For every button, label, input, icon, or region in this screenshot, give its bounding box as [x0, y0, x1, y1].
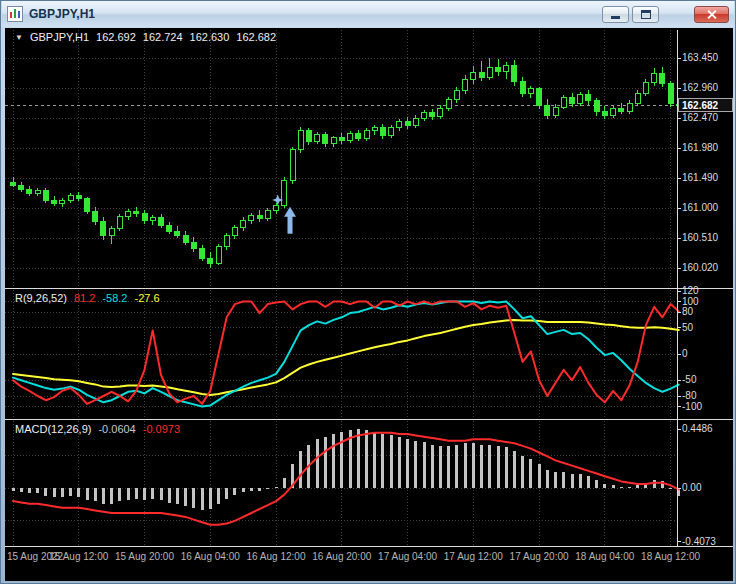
candle [520, 82, 525, 94]
candle [635, 94, 640, 104]
candle [175, 232, 180, 236]
candle [150, 217, 155, 221]
chart-canvas[interactable]: 163.450162.960162.470161.980161.490161.0… [5, 28, 733, 581]
svg-text:160.510: 160.510 [682, 232, 719, 243]
candle [101, 222, 106, 236]
candle [323, 135, 328, 144]
candle [200, 248, 205, 258]
candle [109, 229, 114, 236]
candle [27, 190, 32, 194]
minimize-icon [611, 16, 620, 19]
candle [430, 113, 435, 117]
candle [93, 211, 98, 221]
svg-text:0.00: 0.00 [682, 482, 702, 493]
candle [241, 220, 246, 227]
candle [463, 79, 468, 90]
current-price-label: 162.682 [682, 100, 719, 111]
candle [389, 128, 394, 135]
time-label: 15 Aug 12:00 [49, 551, 108, 562]
candle [553, 107, 558, 116]
candle [191, 243, 196, 249]
candle [479, 72, 484, 78]
candle [504, 65, 509, 71]
close-button[interactable] [694, 6, 729, 23]
svg-text:100: 100 [682, 296, 699, 307]
candle [611, 108, 616, 115]
time-label: 17 Aug 20:00 [510, 551, 569, 562]
candle [232, 228, 237, 236]
candle [167, 226, 172, 232]
candle [487, 67, 492, 77]
candle [52, 201, 57, 204]
time-label: 16 Aug 12:00 [247, 551, 306, 562]
candle [438, 108, 443, 117]
candle [454, 90, 459, 99]
candle [290, 150, 295, 181]
candle [561, 98, 566, 107]
svg-text:0.4486: 0.4486 [682, 423, 713, 434]
svg-text:80: 80 [682, 306, 694, 317]
candle [413, 118, 418, 125]
candle [257, 215, 262, 218]
candle [528, 89, 533, 94]
candle [183, 236, 188, 243]
candle [348, 133, 353, 140]
candle [216, 246, 221, 263]
svg-text:0: 0 [682, 348, 688, 359]
maximize-button[interactable] [632, 6, 659, 23]
candle [126, 212, 131, 217]
window-title: GBPJPY,H1 [29, 7, 602, 21]
svg-text:163.450: 163.450 [682, 52, 719, 63]
candle [356, 133, 361, 138]
title-bar[interactable]: GBPJPY,H1 [2, 1, 734, 27]
candle [578, 95, 583, 104]
svg-text:-80: -80 [682, 390, 697, 401]
time-label: 18 Aug 12:00 [641, 551, 700, 562]
candle [134, 212, 139, 214]
time-label: 17 Aug 12:00 [444, 551, 503, 562]
candle [117, 217, 122, 229]
candle [471, 72, 476, 79]
chart-area: 163.450162.960162.470161.980161.490161.0… [5, 28, 733, 581]
candle [364, 131, 369, 138]
candle [85, 199, 90, 211]
candle [224, 236, 229, 246]
candle [660, 73, 665, 83]
time-label: 18 Aug 04:00 [575, 551, 634, 562]
candle [446, 100, 451, 109]
candle [586, 95, 591, 101]
candle [306, 131, 311, 141]
svg-text:160.020: 160.020 [682, 262, 719, 273]
candle [339, 138, 344, 141]
time-label: 16 Aug 20:00 [312, 551, 371, 562]
candle [76, 195, 81, 199]
candle [315, 135, 320, 142]
chart-window: GBPJPY,H1 163.450162.960162.470161.98016… [0, 0, 736, 584]
candle [249, 215, 254, 220]
candle [545, 106, 550, 116]
chart-caret-icon[interactable]: ▼ [15, 33, 23, 42]
candle [265, 210, 270, 218]
candle [208, 259, 213, 263]
candle [668, 84, 673, 104]
chart-window-icon [7, 6, 23, 22]
minimize-button[interactable] [602, 6, 629, 23]
candle [282, 180, 287, 205]
candle [619, 108, 624, 112]
candle [60, 200, 65, 204]
candle [405, 122, 410, 126]
close-icon [706, 9, 717, 20]
time-label: 15 Aug 20:00 [115, 551, 174, 562]
svg-text:162.470: 162.470 [682, 112, 719, 123]
candle [43, 190, 48, 201]
svg-text:162.960: 162.960 [682, 82, 719, 93]
candle [570, 98, 575, 104]
svg-text:161.980: 161.980 [682, 142, 719, 153]
svg-text:50: 50 [682, 322, 694, 333]
candle [602, 112, 607, 116]
candle [159, 217, 164, 226]
svg-text:161.490: 161.490 [682, 172, 719, 183]
candle [496, 67, 501, 71]
candle [422, 113, 427, 119]
candle [537, 89, 542, 106]
